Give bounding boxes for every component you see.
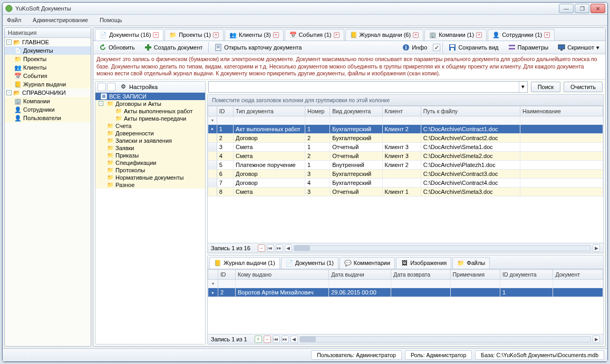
column-header[interactable]: Клиент (382, 106, 421, 116)
group-hint[interactable]: Поместите сюда заголовок колонки для гру… (208, 95, 603, 106)
nav-item[interactable]: 👤Сотрудники (5, 105, 91, 114)
filter-cell[interactable] (218, 280, 235, 288)
dropdown-icon[interactable]: ▾ (519, 82, 527, 92)
cat-item[interactable]: Заявки (95, 144, 205, 152)
cat-item[interactable]: Нормативные документы (95, 174, 205, 181)
detail-tab[interactable]: 📄Документы (1) (281, 257, 338, 269)
nav-delete[interactable]: − (258, 244, 265, 252)
table-row[interactable]: 8Смета3ОтчетныйКлиент 1C:\DocArchive\Sme… (208, 187, 603, 196)
nav-prev[interactable]: ◀ (285, 244, 292, 252)
d-next[interactable]: ▶ (593, 336, 600, 343)
d-last[interactable]: ⏭ (282, 336, 289, 343)
save-view-button[interactable]: Сохранить вид (445, 42, 502, 53)
filter-cell[interactable] (217, 116, 233, 124)
minimize-button[interactable]: — (559, 4, 574, 13)
column-header[interactable]: ID документа (500, 270, 553, 280)
nav-item[interactable]: 📁Проекты (5, 55, 91, 63)
cat-item[interactable]: Приказы (95, 152, 205, 159)
tab[interactable]: 👥Клиенты (3)× (225, 29, 284, 41)
tab[interactable]: 📄Документы (16)× (95, 29, 163, 41)
close-icon[interactable]: × (413, 32, 419, 38)
column-header[interactable]: Документ (553, 270, 603, 280)
detail-tab[interactable]: 🖼Изображения (396, 257, 451, 269)
table-row[interactable]: 5Платежное поручение1ВнутреннийКлиент 2C… (208, 160, 603, 169)
cat-group[interactable]: −Договоры и Акты (95, 100, 205, 107)
column-header[interactable]: Дата выдачи (329, 270, 391, 280)
table-row[interactable]: ▸2Воротов Артём Михайлович29.06.2015 00:… (208, 288, 603, 297)
d-first[interactable]: ⏮ (273, 336, 280, 343)
close-icon[interactable]: × (273, 32, 279, 38)
cat-item[interactable]: Разное (95, 181, 205, 189)
menu-file[interactable]: Файл (6, 16, 22, 24)
tab[interactable]: 🏢Компании (1)× (424, 29, 487, 41)
clear-button[interactable]: Очистить (564, 82, 603, 92)
nav-first[interactable]: ⏮ (267, 244, 274, 252)
column-header[interactable]: Тип документа (234, 106, 305, 116)
tab[interactable]: 📒Журнал выдачи (6)× (345, 29, 424, 41)
close-icon[interactable]: × (153, 32, 159, 38)
create-document-button[interactable]: Создать документ (141, 42, 207, 53)
table-row[interactable]: 6Договор3БухгалтерскийC:\DocArchive\Cont… (208, 169, 603, 178)
open-card-button[interactable]: Открыть карточку документа (211, 42, 305, 53)
params-button[interactable]: Параметры (505, 42, 553, 53)
close-button[interactable]: ✕ (590, 4, 605, 13)
column-header[interactable]: Путь к файлу (421, 106, 520, 116)
column-header[interactable]: Кому выдано (235, 270, 328, 280)
tab[interactable]: 👤Сотрудники (1)× (488, 29, 555, 41)
column-header[interactable]: ID (217, 106, 233, 116)
cat-item[interactable]: Счета (95, 122, 205, 130)
maximize-button[interactable]: ❐ (575, 4, 589, 13)
close-icon[interactable]: × (213, 32, 219, 38)
search-button[interactable]: Поиск (531, 82, 560, 92)
cat-item[interactable]: Протоколы (95, 166, 205, 174)
detail-table[interactable]: IDКому выданоДата выдачиДата возвратаПри… (208, 269, 603, 297)
detail-tab[interactable]: 📁Файлы (452, 257, 490, 269)
menu-help[interactable]: Помощь (99, 16, 123, 24)
detail-tab[interactable]: 💬Комментарии (340, 257, 395, 269)
nav-item[interactable]: 📄Документы (5, 46, 91, 55)
nav-group[interactable]: −📂ГЛАВНОЕ (5, 38, 91, 46)
d-prev[interactable]: ◀ (291, 336, 298, 343)
menu-admin[interactable]: Администрирование (32, 16, 89, 24)
nav-item[interactable]: 👥Клиенты (5, 63, 91, 72)
refresh-button[interactable]: Обновить (95, 42, 139, 53)
filter-cell[interactable] (382, 116, 421, 124)
search-input[interactable] (209, 84, 519, 90)
cat-item[interactable]: Записки и заявления (95, 137, 205, 144)
filter-cell[interactable] (520, 116, 603, 124)
filter-cell[interactable] (421, 116, 520, 124)
info-checkbox[interactable]: ✓ (433, 44, 440, 51)
d-add[interactable]: + (255, 336, 262, 343)
nav-group[interactable]: −📂СПРАВОЧНИКИ (5, 88, 91, 97)
d-delete[interactable]: − (264, 336, 271, 343)
detail-tab[interactable]: 📒Журнал выдачи (1) (209, 257, 280, 269)
nav-item[interactable]: 📅События (5, 72, 91, 80)
screenshot-button[interactable]: Скриншот▾ (554, 42, 603, 53)
cat-item[interactable]: Акты приема-передачи (95, 115, 205, 122)
column-header[interactable]: Дата возврата (391, 270, 450, 280)
nav-last[interactable]: ⏭ (276, 244, 283, 252)
column-header[interactable]: Номер (305, 106, 330, 116)
filter-cell[interactable] (235, 280, 328, 288)
nav-next[interactable]: ▶ (593, 244, 600, 252)
close-icon[interactable]: × (476, 32, 482, 38)
filter-icon[interactable]: ▾ (208, 280, 218, 288)
filter-cell[interactable] (553, 280, 603, 288)
cat-btn-1[interactable] (98, 83, 106, 91)
nav-item[interactable]: 📒Журнал выдачи (5, 80, 91, 88)
filter-cell[interactable] (329, 280, 391, 288)
filter-cell[interactable] (234, 116, 305, 124)
table-row[interactable]: 2Договор2БухгалтерскийC:\DocArchive\Cont… (208, 133, 603, 142)
tab[interactable]: 📅События (1)× (285, 29, 344, 41)
h-scrollbar[interactable] (294, 245, 591, 251)
column-header[interactable]: Наименование (520, 106, 603, 116)
filter-cell[interactable] (305, 116, 330, 124)
nav-item[interactable]: 👤Пользователи (5, 114, 91, 122)
data-table[interactable]: IDТип документаНомерВид документаКлиентП… (208, 106, 603, 196)
close-icon[interactable]: × (544, 32, 550, 38)
cat-item[interactable]: Спецификации (95, 159, 205, 166)
d-scrollbar[interactable] (299, 336, 591, 342)
close-icon[interactable]: × (334, 32, 340, 38)
table-row[interactable]: 4Смета2ОтчетныйКлиент 3C:\DocArchive\Sme… (208, 151, 603, 160)
column-header[interactable]: ID (218, 270, 235, 280)
